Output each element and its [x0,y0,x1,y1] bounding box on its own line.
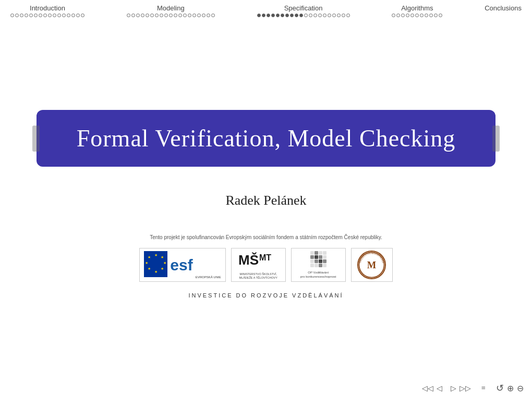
zoom-out-button[interactable]: ↺ [496,382,504,394]
nav-item-conclusions[interactable]: Conclusions [485,4,522,14]
dot [71,14,75,17]
dot [211,14,215,17]
dot [53,14,56,17]
dot [57,14,61,17]
nav-label-modeling: Modeling [157,4,185,12]
eu-flag: ★ ★ ★ ★ ★ ★ ★ ★ [144,251,167,279]
slide-title: Formal Verification, Model Checking [77,125,456,152]
dot [276,14,280,17]
dot [164,14,168,17]
masaryk-circle: M UNIVERSITAS MASARYKIANA [357,251,386,279]
prev-slide-button[interactable]: ◁ [437,384,442,393]
dot [202,14,205,17]
svg-text:★: ★ [161,267,164,271]
dot [76,14,80,17]
nav-item-algorithms[interactable]: Algorithms [392,4,442,17]
dot [174,14,177,17]
dot [271,14,275,17]
zoom-minus-button[interactable]: ⊖ [517,383,524,393]
dot [304,14,308,17]
dot [309,14,312,17]
svg-text:M: M [367,259,377,270]
eu-label: EVROPSKÁ UNIE [196,276,221,279]
dot [155,14,159,17]
dot [434,14,438,17]
dot [67,14,70,17]
funding-section: Tento projekt je spolufinancován Evropsk… [139,234,392,298]
toc-button[interactable]: ≡ [481,384,486,392]
dot [188,14,191,17]
first-slide-button[interactable]: ◁◁ [422,384,433,393]
dot [285,14,289,17]
dot [415,14,419,17]
dot [323,14,327,17]
svg-text:★: ★ [148,255,151,259]
logos-row: ★ ★ ★ ★ ★ ★ ★ ★ esf EVROPSKÁ UNIE [139,248,392,282]
msmt-logo: MŠ MT MINISTERSTVO ŠKOLSTVÍ,MLÁDEŽE A TĚ… [231,248,286,282]
dot [439,14,442,17]
op-logo: OP Vzdělávánípro konkurenceschopnost [291,248,346,282]
dot [425,14,428,17]
dot [48,14,52,17]
svg-text:★: ★ [161,255,164,259]
next-slide-button[interactable]: ▷ [451,384,456,393]
svg-text:★: ★ [145,261,148,265]
nav-label-introduction: Introduction [30,4,65,12]
msmt-symbol: MŠ MT [237,250,279,271]
investice-label: INVESTICE DO ROZVOJE VZDĚLÁVÁNÍ [188,292,343,298]
svg-text:MT: MT [259,253,271,262]
dot [178,14,182,17]
nav-item-specification[interactable]: Specification [257,4,350,17]
dot [429,14,433,17]
dot [25,14,28,17]
dot [81,14,84,17]
dot [290,14,294,17]
main-content: Formal Verification, Model Checking Rade… [0,31,532,377]
dot [396,14,400,17]
dot [169,14,173,17]
dot [401,14,405,17]
op-label: OP Vzdělávánípro konkurenceschopnost [300,270,336,279]
dot [337,14,341,17]
nav-dots-modeling [127,14,215,17]
navigation-bar: Introduction Modeling [0,0,532,17]
dot [257,14,261,17]
dot [10,14,14,17]
nav-item-introduction[interactable]: Introduction [10,4,84,17]
nav-label-conclusions: Conclusions [485,4,522,12]
dot [150,14,154,17]
op-grid-icon [310,251,327,267]
dot [295,14,298,17]
nav-dots-algorithms [392,14,442,17]
msmt-label: MINISTERSTVO ŠKOLSTVÍ,MLÁDEŽE A TĚLOVÝCH… [239,272,277,280]
dot [15,14,19,17]
dot [318,14,322,17]
last-slide-button[interactable]: ▷▷ [460,384,471,393]
dot [392,14,395,17]
dot [342,14,345,17]
bottom-controls: ◁◁ ◁ ▷ ▷▷ ≡ ↺ ⊕ ⊖ [422,382,524,394]
svg-text:★: ★ [154,270,158,274]
eu-esf-logo: ★ ★ ★ ★ ★ ★ ★ ★ esf EVROPSKÁ UNIE [139,248,225,282]
dot [146,14,149,17]
title-banner: Formal Verification, Model Checking [37,110,495,167]
dot [20,14,23,17]
nav-item-modeling[interactable]: Modeling [127,4,215,17]
nav-label-specification: Specification [284,4,323,12]
dot [328,14,331,17]
zoom-search-button[interactable]: ⊕ [507,383,514,393]
svg-text:★: ★ [148,267,151,271]
dot [34,14,38,17]
dot [406,14,409,17]
dot [192,14,196,17]
dot [43,14,47,17]
dot [131,14,135,17]
dot [127,14,130,17]
dot [313,14,317,17]
svg-text:★: ★ [163,261,166,265]
svg-text:★: ★ [154,253,158,257]
author-name: Radek Pelánek [225,193,306,208]
dot [62,14,66,17]
esf-text: esf [170,257,192,273]
dot [262,14,265,17]
